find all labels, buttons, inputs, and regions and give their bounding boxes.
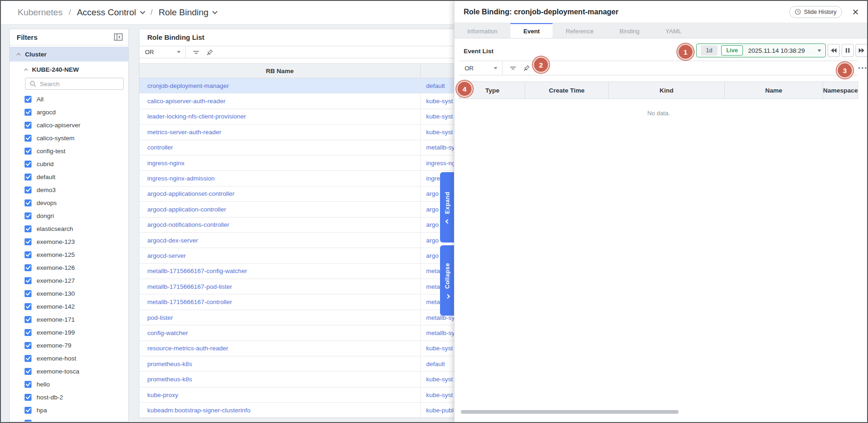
filter-icon[interactable]: [509, 65, 516, 71]
checkbox-checked-icon[interactable]: [25, 355, 31, 362]
checkbox-checked-icon[interactable]: [25, 316, 31, 323]
namespace-link[interactable]: kube-publ: [426, 407, 453, 414]
live-chip[interactable]: Live: [721, 45, 743, 56]
checkbox-checked-icon[interactable]: [25, 187, 31, 193]
namespace-checkbox-item[interactable]: exemone-142: [10, 300, 128, 313]
checkbox-checked-icon[interactable]: [25, 109, 31, 116]
namespace-checkbox-item[interactable]: calico-apiserver: [10, 118, 128, 131]
checkbox-checked-icon[interactable]: [25, 251, 31, 258]
checkbox-checked-icon[interactable]: [25, 264, 31, 271]
namespace-link[interactable]: kube-syst: [426, 113, 453, 120]
namespace-link[interactable]: argo: [426, 206, 439, 213]
rb-name-link[interactable]: argocd-application-controller: [147, 206, 226, 213]
namespace-link[interactable]: argo: [426, 237, 439, 244]
checkbox-checked-icon[interactable]: [25, 225, 31, 232]
checkbox-checked-icon[interactable]: [25, 407, 31, 414]
rb-name-link[interactable]: pod-lister: [147, 314, 173, 321]
tab-reference[interactable]: Reference: [553, 23, 606, 38]
rb-name-link[interactable]: metrics-server-auth-reader: [147, 129, 221, 136]
fast-forward-button[interactable]: [855, 44, 868, 57]
rb-name-link[interactable]: argocd-server: [147, 252, 186, 259]
rb-name-link[interactable]: argocd-applicationset-controller: [147, 190, 234, 197]
checkbox-checked-icon[interactable]: [25, 368, 31, 375]
breadcrumb-kubernetes[interactable]: Kubernetes: [18, 7, 63, 18]
checkbox-checked-icon[interactable]: [25, 342, 31, 349]
rb-name-link[interactable]: argocd-notifications-controller: [147, 221, 229, 228]
rb-name-link[interactable]: config-watcher: [147, 330, 188, 336]
namespace-link[interactable]: ingre: [426, 175, 440, 182]
checkbox-checked-icon[interactable]: [25, 148, 31, 155]
namespace-checkbox-item[interactable]: exemone-125: [10, 248, 128, 261]
checkbox-checked-icon[interactable]: [25, 290, 31, 297]
namespace-checkbox-item[interactable]: All: [10, 93, 128, 106]
cluster-node[interactable]: KUBE-240-NEW: [10, 62, 128, 77]
breadcrumb-access-control[interactable]: Access Control: [77, 7, 145, 18]
checkbox-checked-icon[interactable]: [25, 199, 31, 206]
rb-name-link[interactable]: prometheus-k8s: [147, 361, 192, 367]
rb-name-link[interactable]: leader-locking-nfs-client-provisioner: [147, 113, 246, 120]
filter-icon[interactable]: [193, 50, 200, 55]
time-range-chip[interactable]: 1d: [701, 45, 717, 56]
expand-panel-button[interactable]: Expand: [440, 172, 455, 243]
namespace-checkbox-item[interactable]: exemone-130: [10, 287, 128, 300]
checkbox-checked-icon[interactable]: [25, 122, 31, 129]
namespace-link[interactable]: kube-syst: [426, 129, 453, 136]
namespace-checkbox-item[interactable]: host-db-2: [10, 391, 128, 404]
pin-icon[interactable]: [207, 49, 213, 56]
namespace-checkbox-item[interactable]: config-test: [10, 144, 128, 157]
namespace-checkbox-item[interactable]: devops: [10, 196, 128, 209]
namespace-link[interactable]: kube-syst: [426, 345, 453, 352]
tab-event[interactable]: Event: [510, 23, 553, 38]
namespace-checkbox-item[interactable]: cubrid: [10, 157, 128, 170]
rb-name-link[interactable]: cronjob-deployment-manager: [147, 82, 229, 89]
namespace-checkbox-item[interactable]: hello: [10, 378, 128, 391]
namespace-checkbox-item[interactable]: hpa: [10, 404, 128, 417]
operator-select[interactable]: OR: [139, 46, 186, 58]
time-range-control[interactable]: 1d Live 2025.11.14 10:38:29: [696, 44, 826, 57]
namespace-link[interactable]: kube-syst: [426, 98, 453, 105]
namespace-link[interactable]: metallb-sy: [426, 144, 455, 151]
rb-name-link[interactable]: kube-proxy: [147, 392, 178, 398]
checkbox-checked-icon[interactable]: [25, 329, 31, 336]
pause-button[interactable]: [842, 44, 854, 57]
namespace-link[interactable]: default: [426, 82, 445, 89]
pin-icon[interactable]: [523, 65, 530, 71]
namespace-link[interactable]: metallb-sy: [426, 330, 455, 336]
namespace-checkbox-item[interactable]: demo3: [10, 183, 128, 196]
namespace-checkbox-item[interactable]: default: [10, 170, 128, 183]
rb-name-link[interactable]: controller: [147, 144, 173, 151]
namespace-link[interactable]: kube-syst: [426, 376, 453, 383]
checkbox-checked-icon[interactable]: [25, 277, 31, 284]
checkbox-checked-icon[interactable]: [25, 161, 31, 168]
namespace-item-partial[interactable]: [10, 417, 128, 422]
namespace-checkbox-item[interactable]: exemone-199: [10, 326, 128, 339]
tab-yaml[interactable]: YAML: [653, 23, 694, 38]
checkbox-checked-icon[interactable]: [25, 238, 31, 245]
rb-name-link[interactable]: ingress-nginx-admission: [147, 175, 215, 182]
close-icon[interactable]: ×: [849, 6, 862, 18]
tab-binding[interactable]: Binding: [606, 23, 652, 38]
namespace-checkbox-item[interactable]: exemone-123: [10, 235, 128, 248]
rewind-button[interactable]: [828, 44, 840, 57]
search-input[interactable]: [40, 81, 119, 87]
rb-name-link[interactable]: calico-apiserver-auth-reader: [147, 98, 226, 105]
slide-history-button[interactable]: Slide History: [789, 6, 842, 18]
checkbox-checked-icon[interactable]: [25, 212, 31, 219]
namespace-link[interactable]: argo: [426, 221, 439, 228]
filter-group-cluster[interactable]: Cluster: [10, 47, 128, 62]
namespace-link[interactable]: argo: [426, 252, 439, 259]
checkbox-checked-icon[interactable]: [25, 174, 31, 180]
rb-name-link[interactable]: metallb-1715666167-pod-lister: [147, 283, 232, 290]
namespace-checkbox-item[interactable]: exemone-126: [10, 261, 128, 274]
checkbox-checked-icon[interactable]: [25, 394, 31, 401]
namespace-link[interactable]: default: [426, 361, 445, 367]
rb-name-link[interactable]: argocd-dex-server: [147, 237, 198, 244]
rb-name-link[interactable]: resource-metrics-auth-reader: [147, 345, 228, 352]
rb-name-link[interactable]: prometheus-k8s: [147, 376, 192, 383]
rb-name-link[interactable]: metallb-1715666167-config-watcher: [147, 267, 247, 274]
rb-name-link[interactable]: kubeadm:bootstrap-signer-clusterinfo: [147, 407, 251, 414]
namespace-link[interactable]: argo: [426, 190, 439, 197]
collapse-panel-icon[interactable]: [114, 33, 123, 41]
checkbox-checked-icon[interactable]: [25, 303, 31, 310]
rb-name-link[interactable]: ingress-nginx: [147, 160, 184, 167]
